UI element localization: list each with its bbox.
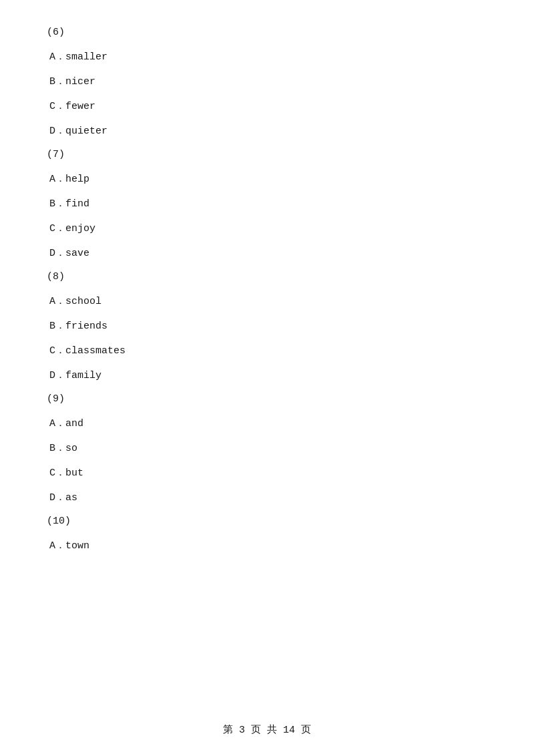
option-q8-0: A．school [47,295,487,307]
option-q6-0: A．smaller [47,50,487,63]
question-number-q7: (7) [47,149,487,160]
option-q9-1: B．so [47,441,487,454]
question-number-q8: (8) [47,271,487,282]
option-q7-0: A．help [47,172,487,185]
footer-text: 第 3 页 共 14 页 [223,725,311,736]
option-q6-3: D．quieter [47,124,487,137]
option-q9-2: C．but [47,466,487,479]
option-q10-0: A．town [47,539,487,552]
question-number-q9: (9) [47,393,487,405]
option-q8-1: B．friends [47,319,487,332]
question-number-q6: (6) [47,27,487,38]
option-q6-1: B．nicer [47,75,487,87]
option-q9-0: A．and [47,417,487,429]
question-number-q10: (10) [47,516,487,527]
option-q8-2: C．classmates [47,344,487,357]
option-q9-3: D．as [47,491,487,504]
page-footer: 第 3 页 共 14 页 [0,723,534,736]
page-content: (6)A．smallerB．nicerC．fewerD．quieter(7)A．… [0,0,534,604]
option-q7-3: D．save [47,246,487,259]
option-q8-3: D．family [47,369,487,381]
option-q6-2: C．fewer [47,100,487,112]
option-q7-2: C．enjoy [47,222,487,234]
option-q7-1: B．find [47,197,487,210]
